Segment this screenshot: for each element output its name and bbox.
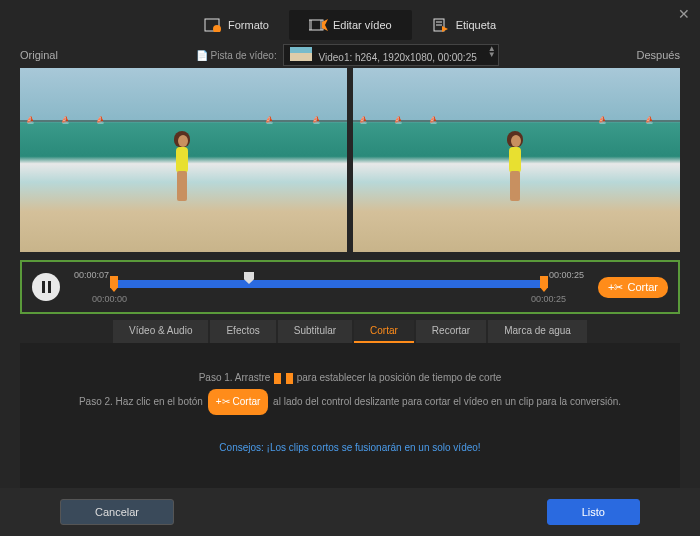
timeline-panel: 00:00:07 00:00:25 00:00:00 00:00:25 +✂ C… (20, 260, 680, 314)
cut-button[interactable]: +✂ Cortar (598, 277, 668, 298)
track-selector: 📄 Pista de vídeo: Video1: h264, 1920x108… (196, 44, 499, 66)
track-dropdown[interactable]: Video1: h264, 1920x1080, 00:00:25 ▲▼ (283, 44, 499, 66)
handle-left-icon (274, 373, 281, 384)
scissors-icon: +✂ (216, 391, 230, 413)
timeline[interactable]: 00:00:07 00:00:25 00:00:00 00:00:25 (74, 270, 584, 304)
edit-video-icon (309, 18, 327, 32)
format-icon (204, 18, 222, 32)
close-icon[interactable]: ✕ (678, 6, 690, 22)
edit-video-tab[interactable]: Editar vídeo (289, 10, 412, 40)
scissors-icon: +✂ (608, 281, 623, 294)
tab-crop[interactable]: Recortar (416, 320, 486, 343)
original-label: Original (20, 49, 58, 61)
format-tab[interactable]: Formato (184, 10, 289, 40)
tab-cut[interactable]: Cortar (354, 320, 414, 343)
track-thumb-icon (290, 47, 312, 61)
trim-handle-left[interactable] (110, 276, 118, 292)
trim-handle-right[interactable] (540, 276, 548, 292)
tab-watermark[interactable]: Marca de agua (488, 320, 587, 343)
track-label: 📄 Pista de vídeo: (196, 50, 277, 61)
cut-button-label: Cortar (627, 281, 658, 293)
stepper-icon[interactable]: ▲▼ (488, 46, 496, 58)
tag-tab[interactable]: Etiqueta (412, 10, 516, 40)
tab-subtitle[interactable]: Subtitular (278, 320, 352, 343)
pause-button[interactable] (32, 273, 60, 301)
tag-icon (432, 18, 450, 32)
edit-subtabs: Vídeo & Audio Efectos Subtitular Cortar … (20, 320, 680, 343)
ready-button[interactable]: Listo (547, 499, 640, 525)
preview-original (20, 68, 347, 252)
tab-video-audio[interactable]: Vídeo & Audio (113, 320, 208, 343)
time-end: 00:00:25 (531, 294, 566, 304)
track-value: Video1: h264, 1920x1080, 00:00:25 (318, 52, 476, 63)
tips-text: Consejos: ¡Los clips cortos se fusionará… (30, 437, 670, 459)
mode-tabs: Formato Editar vídeo Etiqueta (0, 0, 700, 40)
svg-point-1 (213, 25, 221, 32)
cancel-button[interactable]: Cancelar (60, 499, 174, 525)
tab-effects[interactable]: Efectos (210, 320, 275, 343)
inline-cut-button: +✂Cortar (208, 389, 269, 415)
time-start-sel: 00:00:07 (74, 270, 109, 280)
step2-line: Paso 2. Haz clic en el botón +✂Cortar al… (30, 389, 670, 415)
timeline-track[interactable] (114, 280, 544, 288)
time-end-sel: 00:00:25 (549, 270, 584, 280)
tag-tab-label: Etiqueta (456, 19, 496, 31)
time-start: 00:00:00 (92, 294, 127, 304)
after-label: Después (637, 49, 680, 61)
pause-icon (42, 281, 51, 293)
format-tab-label: Formato (228, 19, 269, 31)
instructions-panel: Paso 1. Arrastre para establecer la posi… (20, 343, 680, 499)
footer: Cancelar Listo (0, 488, 700, 536)
step1-line: Paso 1. Arrastre para establecer la posi… (30, 367, 670, 389)
edit-video-tab-label: Editar vídeo (333, 19, 392, 31)
handle-right-icon (286, 373, 293, 384)
preview-after (353, 68, 680, 252)
